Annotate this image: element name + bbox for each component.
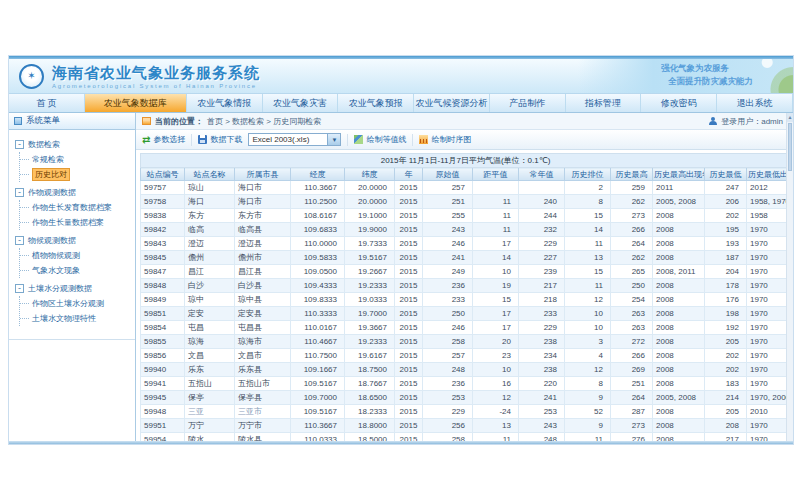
cell: 262 [611, 195, 653, 209]
sidebar-item[interactable]: 气象水文现象 [20, 263, 133, 278]
cell: 陵水 [185, 433, 235, 442]
sidebar-item[interactable]: 土壤水文物理特性 [20, 311, 133, 326]
chevron-down-icon[interactable]: ▼ [328, 133, 341, 146]
cell: 236 [423, 279, 473, 293]
draw-contour-button[interactable]: 绘制等值线 [354, 134, 406, 145]
cell: 59945 [141, 391, 185, 405]
cell: 2008 [653, 307, 705, 321]
cell: 287 [611, 405, 653, 419]
cell: 272 [611, 335, 653, 349]
column-header: 年 [395, 168, 423, 181]
draw-timeseries-button[interactable]: 绘制时序图 [419, 134, 471, 145]
cell: 2015 [395, 433, 423, 442]
banner-slogan-line1: 强化气象为农服务 [661, 63, 729, 75]
cell: 保亭县 [235, 391, 291, 405]
data-download-button[interactable]: 数据下载 [198, 134, 242, 145]
scroll-up-icon[interactable]: ▲ [787, 113, 793, 122]
cell: 定安县 [235, 307, 291, 321]
param-select-button[interactable]: ⇄ 参数选择 [142, 134, 185, 145]
sidebar-item[interactable]: 作物生长发育数据档案 [20, 200, 133, 215]
vertical-scrollbar[interactable]: ▲ [786, 113, 793, 441]
sidebar-tree: -数据检索常规检索历史比对-作物观测数据作物生长发育数据档案作物生长量数据档案-… [9, 130, 135, 340]
sidebar-item[interactable]: 作物生长量数据档案 [20, 215, 133, 230]
cell: 232 [519, 223, 565, 237]
cell: 白沙 [185, 279, 235, 293]
table-row: 59757琼山海口市110.366720.0000201525722592011… [141, 181, 791, 195]
collapse-icon[interactable]: - [15, 236, 24, 245]
collapse-icon[interactable]: - [15, 140, 24, 149]
column-header: 纬度 [345, 168, 395, 181]
breadcrumb-bar: 当前的位置： 首页 > 数据检索 > 历史同期检索 登录用户：admin [136, 113, 793, 130]
cell: 东方市 [235, 209, 291, 223]
cell: 240 [519, 195, 565, 209]
tree-group-header[interactable]: -数据检索 [15, 137, 133, 152]
nav-item[interactable]: 修改密码 [641, 94, 717, 112]
cell: 2 [565, 181, 611, 195]
nav-item[interactable]: 指标管理 [566, 94, 642, 112]
cell: 2015 [395, 195, 423, 209]
cell: 2008 [653, 293, 705, 307]
cell: 248 [423, 363, 473, 377]
format-select-value[interactable]: Excel 2003(.xls) [248, 133, 328, 146]
cell: 1970 [747, 335, 791, 349]
contour-chart-icon [354, 135, 363, 144]
app-title: 海南省农业气象业务服务系统 [52, 64, 260, 83]
cell: 2015 [395, 251, 423, 265]
nav-item[interactable]: 产品制作 [490, 94, 566, 112]
tree-group-header[interactable]: -作物观测数据 [15, 185, 133, 200]
cell: 2015 [395, 363, 423, 377]
nav-item[interactable]: 农业气候资源分析 [414, 94, 490, 112]
cell: 2008 [653, 223, 705, 237]
cell: 59854 [141, 321, 185, 335]
cell: 19.1000 [345, 209, 395, 223]
nav-item[interactable]: 农业气象数据库 [85, 94, 187, 112]
cell: 253 [423, 391, 473, 405]
nav-item[interactable]: 农业气象情报 [187, 94, 263, 112]
sidebar-item[interactable]: 作物区土壤水分观测 [20, 296, 133, 311]
sidebar-item[interactable]: 常规检索 [20, 152, 133, 167]
cell: 234 [519, 349, 565, 363]
cell: 108.6167 [291, 209, 345, 223]
sidebar-item-label: 历史比对 [32, 168, 70, 181]
format-select[interactable]: Excel 2003(.xls) ▼ [248, 133, 341, 146]
cell: 59758 [141, 195, 185, 209]
collapse-icon[interactable]: - [15, 284, 24, 293]
cell: 208 [705, 419, 747, 433]
cell: 20 [473, 335, 519, 349]
breadcrumb[interactable]: 首页 > 数据检索 > 历史同期检索 [207, 116, 321, 127]
column-header: 常年值 [519, 168, 565, 181]
tree-group: -数据检索常规检索历史比对 [15, 137, 133, 182]
collapse-icon[interactable]: - [15, 188, 24, 197]
toolbar-divider [191, 134, 192, 146]
logged-in-user: 登录用户：admin [721, 116, 783, 127]
nav-item[interactable]: 首 页 [9, 94, 85, 112]
sidebar-item-label: 常规检索 [32, 154, 64, 165]
cell: 17 [473, 321, 519, 335]
column-header: 历史最高出现年份( [653, 168, 705, 181]
sidebar-item[interactable]: 植物物候观测 [20, 248, 133, 263]
cell: 11 [473, 209, 519, 223]
cell: 2015 [395, 321, 423, 335]
app-subtitle: Agrometeorological System of Hainan Prov… [52, 83, 260, 89]
cell: 109.6833 [291, 223, 345, 237]
cell: 五指山市 [235, 377, 291, 391]
cell: 儋州市 [235, 251, 291, 265]
nav-item[interactable]: 农业气象预报 [338, 94, 414, 112]
nav-item[interactable]: 退出系统 [717, 94, 793, 112]
scrollbar-thumb[interactable] [788, 123, 792, 171]
tree-group-header[interactable]: -土壤水分观测数据 [15, 281, 133, 296]
cell: 2015 [395, 279, 423, 293]
cell: 14 [473, 251, 519, 265]
tree-group-header[interactable]: -物候观测数据 [15, 233, 133, 248]
cell: 东方 [185, 209, 235, 223]
cell: 海口 [185, 195, 235, 209]
tree-group: -物候观测数据植物物候观测气象水文现象 [15, 233, 133, 278]
cell: 247 [705, 181, 747, 195]
nav-item[interactable]: 农业气象灾害 [263, 94, 339, 112]
cell: 202 [705, 209, 747, 223]
sidebar-item[interactable]: 历史比对 [20, 167, 133, 182]
cell: 三亚 [185, 405, 235, 419]
cell: 2015 [395, 223, 423, 237]
column-header: 所属市县 [235, 168, 291, 181]
table-row: 59843澄迈澄迈县110.000019.7333201524617229112… [141, 237, 791, 251]
